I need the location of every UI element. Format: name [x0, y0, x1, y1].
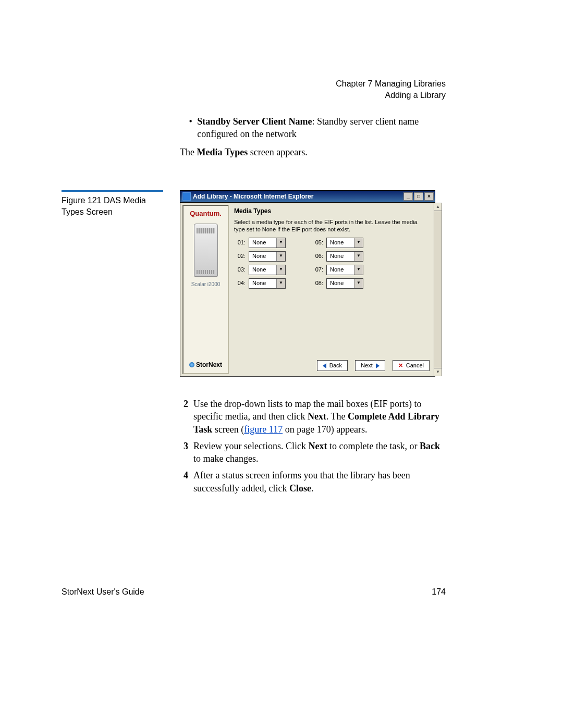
- port-04-select[interactable]: None▼: [249, 278, 286, 289]
- port-label: 07:: [312, 266, 323, 274]
- port-label: 06:: [312, 252, 323, 260]
- x-icon: ✕: [398, 362, 403, 369]
- close-button[interactable]: ×: [424, 192, 434, 201]
- globe-icon: [189, 362, 194, 367]
- port-label: 02:: [234, 252, 246, 260]
- library-model: Scalar i2000: [191, 281, 221, 288]
- body-column: • Standby Server Client Name: Standby se…: [180, 112, 446, 163]
- step-text: After a status screen informs you that t…: [193, 469, 446, 495]
- port-02-select[interactable]: None▼: [249, 251, 286, 262]
- port-07-select[interactable]: None▼: [326, 265, 363, 275]
- step-number: 2: [180, 398, 188, 436]
- document-page: Chapter 7 Managing Libraries Adding a Li…: [0, 0, 563, 728]
- para-media-types: The Media Types screen appears.: [180, 146, 446, 158]
- chevron-down-icon: ▼: [354, 252, 363, 261]
- step-3: 3 Review your selections. Click Next to …: [180, 440, 446, 465]
- scroll-up-button[interactable]: ▲: [434, 203, 442, 211]
- port-07: 07: None▼: [312, 265, 363, 275]
- ie-icon: [182, 192, 191, 201]
- port-label: 08:: [312, 279, 323, 287]
- section-title: Adding a Library: [336, 90, 446, 101]
- vertical-scrollbar[interactable]: ▲ ▼: [434, 203, 442, 376]
- chevron-down-icon: ▼: [276, 265, 285, 275]
- bullet-text: Standby Server Client Name: Standby serv…: [197, 115, 446, 141]
- scroll-down-button[interactable]: ▼: [434, 368, 442, 376]
- product-logo: StorNext: [189, 361, 222, 369]
- port-03-select[interactable]: None▼: [249, 265, 286, 275]
- page-header: Chapter 7 Managing Libraries Adding a Li…: [336, 78, 446, 101]
- back-button[interactable]: Back: [317, 360, 348, 371]
- port-06-select[interactable]: None▼: [326, 251, 363, 262]
- bullet-lead: Standby Server Client Name: [197, 116, 312, 127]
- bullet-icon: •: [188, 115, 193, 141]
- port-02: 02: None▼: [234, 251, 286, 262]
- triangle-right-icon: [376, 363, 380, 368]
- window-titlebar[interactable]: Add Library - Microsoft Internet Explore…: [180, 190, 435, 203]
- figure-caption: Figure 121 DAS Media Types Screen: [62, 190, 166, 217]
- window-client: Quantum. Scalar i2000 StorNext Media Typ…: [180, 203, 435, 377]
- port-01: 01: None▼: [234, 238, 286, 248]
- figure-link[interactable]: figure 117: [244, 424, 283, 435]
- product-name: StorNext: [196, 361, 222, 369]
- library-image: [194, 224, 218, 277]
- step-2: 2 Use the drop-down lists to map the mai…: [180, 398, 446, 436]
- brand-logo: Quantum.: [190, 209, 222, 218]
- chevron-down-icon: ▼: [354, 265, 363, 275]
- chevron-down-icon: ▼: [276, 238, 285, 248]
- step-number: 4: [180, 469, 188, 495]
- port-08-select[interactable]: None▼: [326, 278, 363, 289]
- step-4: 4 After a status screen informs you that…: [180, 469, 446, 495]
- window-title: Add Library - Microsoft Internet Explore…: [193, 192, 403, 201]
- bullet-item: • Standby Server Client Name: Standby se…: [188, 115, 446, 141]
- chevron-down-icon: ▼: [276, 252, 285, 261]
- chevron-down-icon: ▼: [354, 279, 363, 288]
- port-05: 05: None▼: [312, 238, 363, 248]
- numbered-steps: 2 Use the drop-down lists to map the mai…: [180, 393, 446, 499]
- cancel-button[interactable]: ✕Cancel: [393, 360, 430, 371]
- ports-grid: 01: None▼ 02: None▼ 03: None▼ 04:: [234, 238, 430, 289]
- footer-guide: StorNext User's Guide: [62, 586, 144, 598]
- port-label: 01:: [234, 239, 246, 246]
- wizard-buttons: Back Next ✕Cancel: [317, 360, 430, 371]
- port-label: 04:: [234, 279, 246, 287]
- next-button[interactable]: Next: [355, 360, 385, 371]
- port-06: 06: None▼: [312, 251, 363, 262]
- maximize-button[interactable]: □: [414, 192, 423, 201]
- chevron-down-icon: ▼: [276, 279, 285, 288]
- ports-col-left: 01: None▼ 02: None▼ 03: None▼ 04:: [234, 238, 286, 289]
- port-label: 05:: [312, 239, 323, 246]
- port-label: 03:: [234, 266, 246, 274]
- screenshot-window: Add Library - Microsoft Internet Explore…: [180, 190, 435, 383]
- port-03: 03: None▼: [234, 265, 286, 275]
- content-description: Select a media type for each of the EIF …: [234, 218, 430, 233]
- triangle-left-icon: [323, 363, 326, 368]
- footer-page: 174: [432, 586, 446, 598]
- chevron-down-icon: ▼: [354, 238, 363, 248]
- ports-col-right: 05: None▼ 06: None▼ 07: None▼ 08:: [312, 238, 363, 289]
- port-04: 04: None▼: [234, 278, 286, 289]
- port-05-select[interactable]: None▼: [326, 238, 363, 248]
- wizard-sidebar: Quantum. Scalar i2000 StorNext: [182, 205, 229, 374]
- minimize-button[interactable]: _: [403, 192, 413, 201]
- step-text: Use the drop-down lists to map the mail …: [193, 398, 446, 436]
- content-heading: Media Types: [234, 207, 430, 215]
- chapter-title: Chapter 7 Managing Libraries: [336, 78, 446, 90]
- wizard-content: Media Types Select a media type for each…: [231, 203, 435, 376]
- step-text: Review your selections. Click Next to co…: [193, 440, 446, 465]
- step-number: 3: [180, 440, 188, 465]
- port-01-select[interactable]: None▼: [249, 238, 286, 248]
- port-08: 08: None▼: [312, 278, 363, 289]
